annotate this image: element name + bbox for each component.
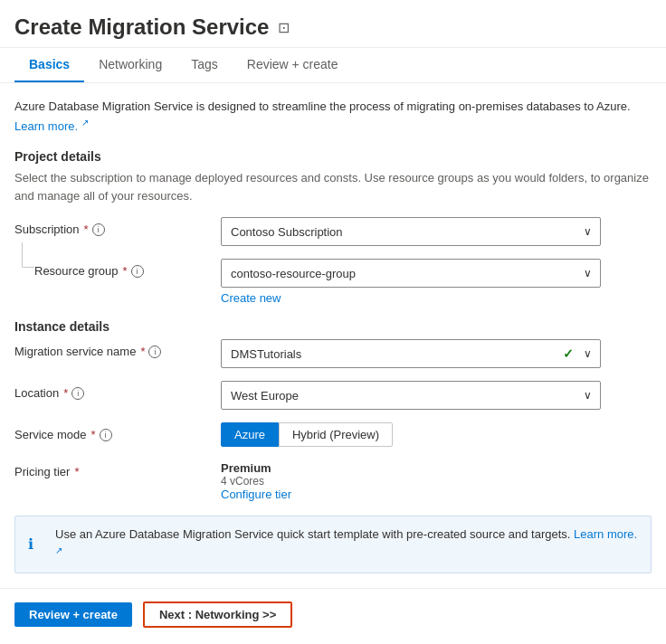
location-select-wrapper: West Europe bbox=[221, 381, 601, 410]
subscription-info-icon[interactable]: i bbox=[92, 223, 105, 236]
info-banner: ℹ Use an Azure Database Migration Servic… bbox=[14, 516, 652, 573]
msn-required: * bbox=[140, 345, 145, 358]
ext-link-icon: ↗ bbox=[81, 118, 89, 128]
msn-control bbox=[221, 339, 652, 368]
tab-review-create[interactable]: Review + create bbox=[233, 48, 353, 82]
service-mode-required: * bbox=[90, 428, 95, 441]
resource-group-select[interactable]: contoso-resource-group bbox=[221, 259, 601, 288]
page-title: Create Migration Service bbox=[14, 14, 269, 40]
next-networking-button[interactable]: Next : Networking >> bbox=[143, 601, 292, 628]
review-create-button[interactable]: Review + create bbox=[14, 602, 132, 627]
pricing-info: Premium 4 vCores Configure tier bbox=[221, 461, 652, 501]
pricing-control: Premium 4 vCores Configure tier bbox=[221, 459, 652, 501]
resource-group-row: Resource group * i contoso-resource-grou… bbox=[14, 259, 652, 305]
intro-learn-more[interactable]: Learn more. ↗ bbox=[14, 119, 89, 133]
location-label: Location bbox=[14, 386, 59, 400]
tab-networking[interactable]: Networking bbox=[84, 48, 176, 82]
subscription-label-col: Subscription * i bbox=[14, 217, 214, 236]
project-details-desc: Select the subscription to manage deploy… bbox=[14, 169, 652, 204]
subscription-select-wrapper: Contoso Subscription bbox=[221, 217, 601, 246]
msn-label-col: Migration service name * i bbox=[14, 339, 214, 358]
location-control: West Europe bbox=[221, 381, 652, 410]
service-mode-row: Service mode * i Azure Hybrid (Preview) bbox=[14, 422, 652, 447]
intro-description: Azure Database Migration Service is desi… bbox=[14, 98, 652, 135]
section-project-details: Project details Select the subscription … bbox=[14, 149, 652, 305]
resource-group-required: * bbox=[123, 264, 128, 278]
banner-text: Use an Azure Database Migration Service … bbox=[55, 526, 638, 563]
location-select[interactable]: West Europe bbox=[221, 381, 601, 410]
pin-icon[interactable]: ⊡ bbox=[278, 19, 290, 36]
pricing-tier-row: Pricing tier * Premium 4 vCores Configur… bbox=[14, 459, 652, 501]
tabs-bar: Basics Networking Tags Review + create bbox=[0, 48, 666, 83]
location-label-col: Location * i bbox=[14, 381, 214, 400]
pricing-label-col: Pricing tier * bbox=[14, 459, 214, 478]
location-required: * bbox=[63, 386, 68, 400]
configure-tier-link[interactable]: Configure tier bbox=[221, 488, 291, 501]
service-mode-hybrid-btn[interactable]: Hybrid (Preview) bbox=[279, 422, 393, 447]
page-header: Create Migration Service ⊡ bbox=[0, 0, 666, 48]
service-mode-group: Azure Hybrid (Preview) bbox=[221, 422, 652, 447]
subscription-row: Subscription * i Contoso Subscription bbox=[14, 217, 652, 246]
msn-input[interactable] bbox=[221, 339, 601, 368]
pricing-required: * bbox=[74, 465, 79, 478]
info-banner-icon: ℹ bbox=[28, 535, 46, 553]
pricing-label: Pricing tier bbox=[14, 465, 70, 478]
subscription-label: Subscription bbox=[14, 223, 80, 236]
service-mode-azure-btn[interactable]: Azure bbox=[221, 422, 279, 447]
msn-label: Migration service name bbox=[14, 345, 136, 358]
section-instance-details: Instance details Migration service name … bbox=[14, 319, 652, 501]
instance-details-title: Instance details bbox=[14, 319, 652, 334]
project-details-title: Project details bbox=[14, 149, 652, 164]
banner-ext-icon: ↗ bbox=[55, 545, 62, 555]
create-new-link[interactable]: Create new bbox=[221, 291, 652, 305]
resource-group-select-wrapper: contoso-resource-group bbox=[221, 259, 601, 288]
resource-group-info-icon[interactable]: i bbox=[131, 265, 144, 278]
service-mode-label: Service mode bbox=[14, 428, 86, 441]
pricing-tier-name: Premium bbox=[221, 461, 652, 475]
main-content: Azure Database Migration Service is desi… bbox=[0, 83, 666, 573]
msn-info-icon[interactable]: i bbox=[148, 346, 161, 358]
footer: Review + create Next : Networking >> bbox=[0, 588, 666, 640]
rg-connector bbox=[22, 242, 34, 268]
service-mode-label-col: Service mode * i bbox=[14, 422, 214, 441]
pricing-vcores: 4 vCores bbox=[221, 475, 652, 488]
service-mode-control: Azure Hybrid (Preview) bbox=[221, 422, 652, 447]
subscription-control: Contoso Subscription bbox=[221, 217, 652, 246]
resource-group-control: contoso-resource-group Create new bbox=[221, 259, 652, 305]
location-row: Location * i West Europe bbox=[14, 381, 652, 410]
location-info-icon[interactable]: i bbox=[71, 387, 84, 400]
service-mode-info-icon[interactable]: i bbox=[100, 429, 112, 441]
resource-group-label: Resource group bbox=[34, 264, 119, 278]
subscription-select[interactable]: Contoso Subscription bbox=[221, 217, 601, 246]
msn-input-wrapper bbox=[221, 339, 601, 368]
subscription-required: * bbox=[84, 223, 89, 236]
migration-service-name-row: Migration service name * i bbox=[14, 339, 652, 368]
resource-group-label-col: Resource group * i bbox=[14, 259, 214, 278]
tab-basics[interactable]: Basics bbox=[14, 48, 84, 82]
tab-tags[interactable]: Tags bbox=[176, 48, 233, 82]
